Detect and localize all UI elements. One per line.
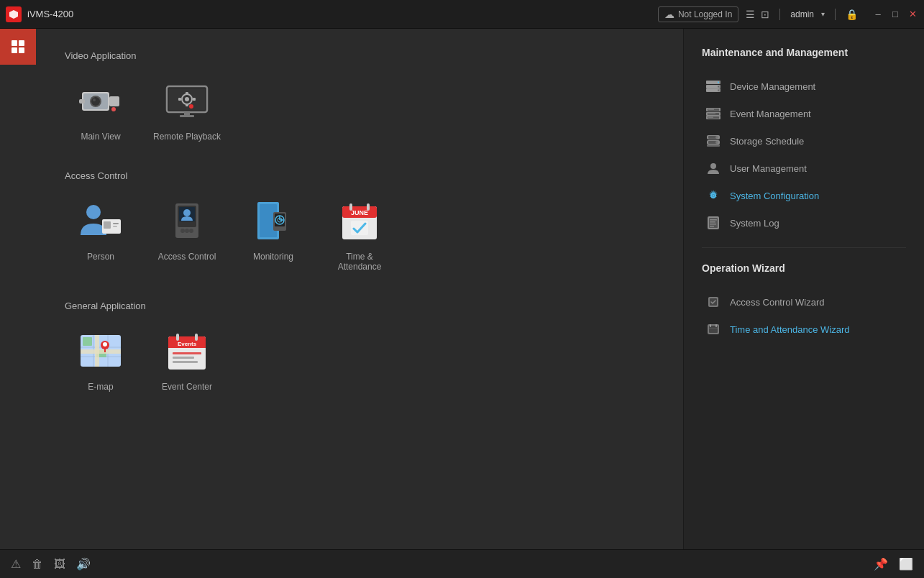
volume-icon[interactable]: 🔊 (76, 557, 91, 571)
user-management-item[interactable]: User Management (702, 155, 906, 182)
right-panel: Maintenance and Management Device Manage… (683, 29, 924, 578)
e-map-label: E-map (88, 382, 113, 392)
storage-schedule-icon (705, 134, 721, 147)
event-management-label: Event Management (730, 109, 811, 119)
maximize-button[interactable]: □ (889, 9, 901, 20)
svg-rect-98 (710, 224, 716, 225)
remote-playback-item[interactable]: Remote Playback (151, 75, 223, 142)
e-map-icon (76, 326, 126, 376)
bottom-right-bar: 📌 ⬜ (683, 549, 924, 578)
e-map-item[interactable]: E-map (65, 326, 137, 392)
image-icon[interactable]: 🖼 (54, 558, 65, 571)
svg-rect-96 (710, 219, 717, 221)
access-control-grid: Person (65, 196, 654, 272)
svg-rect-12 (186, 92, 188, 95)
svg-rect-67 (718, 82, 719, 83)
svg-rect-18 (180, 115, 194, 117)
event-center-label: Event Center (162, 382, 212, 392)
svg-rect-62 (173, 357, 194, 359)
time-attendance-item[interactable]: JUNE Time & Attendance (324, 196, 395, 272)
svg-rect-14 (178, 98, 181, 101)
svg-rect-69 (706, 86, 719, 88)
svg-point-11 (185, 97, 189, 101)
device-management-icon (705, 80, 721, 93)
svg-rect-23 (113, 226, 117, 227)
time-attendance-label: Time & Attendance (324, 252, 395, 272)
video-application-title: Video Application (65, 50, 654, 61)
svg-point-27 (183, 209, 191, 216)
access-control-wizard-item[interactable]: Access Control Wizard (702, 288, 906, 316)
operation-wizard-title: Operation Wizard (702, 259, 906, 274)
app-title: iVMS-4200 (27, 9, 73, 19)
user-management-label: User Management (730, 163, 807, 174)
pin-icon[interactable]: 📌 (874, 557, 888, 571)
home-button[interactable] (0, 29, 36, 65)
svg-rect-76 (708, 109, 714, 111)
main-view-item[interactable]: Main View (65, 75, 137, 142)
maintenance-section: Maintenance and Management Device Manage… (702, 43, 906, 237)
svg-point-19 (86, 205, 101, 219)
titlebar: iVMS-4200 ☁ Not Logged In ☰ ⊡ admin ▾ 🔒 … (0, 0, 924, 29)
svg-point-16 (189, 104, 193, 109)
grid-icon (12, 40, 24, 53)
svg-point-4 (93, 98, 96, 101)
access-control-title: Access Control (65, 170, 654, 181)
svg-rect-52 (81, 349, 121, 354)
admin-label: admin (790, 9, 814, 19)
svg-text:Events: Events (178, 341, 197, 347)
close-button[interactable]: ✕ (907, 9, 918, 20)
svg-rect-105 (715, 324, 717, 327)
main-view-icon (76, 75, 126, 126)
video-application-grid: Main View (65, 75, 654, 142)
svg-rect-82 (708, 117, 713, 119)
titlebar-right: ☁ Not Logged In ☰ ⊡ admin ▾ 🔒 – □ ✕ (658, 6, 918, 22)
titlebar-icons: ☰ ⊡ (746, 9, 769, 20)
system-configuration-item[interactable]: System Configuration (702, 182, 906, 209)
device-management-item[interactable]: Device Management (702, 73, 906, 100)
svg-rect-73 (718, 90, 719, 91)
monitoring-label: Monitoring (253, 252, 293, 262)
svg-point-7 (111, 107, 116, 111)
titlebar-left: iVMS-4200 (6, 6, 73, 22)
time-attendance-wizard-item[interactable]: Time and Attendance Wizard (702, 316, 906, 343)
svg-rect-60 (195, 334, 198, 341)
svg-point-30 (189, 229, 193, 233)
warning-icon[interactable]: ⚠ (11, 557, 21, 571)
svg-rect-61 (173, 352, 201, 354)
svg-point-90 (710, 163, 716, 169)
svg-rect-63 (173, 361, 198, 363)
trash-icon[interactable]: 🗑 (32, 558, 43, 571)
person-label: Person (87, 252, 114, 262)
not-logged-in-badge[interactable]: ☁ Not Logged In (658, 6, 738, 22)
fullscreen-icon[interactable]: ⬜ (899, 557, 913, 571)
menu-icon[interactable]: ☰ (746, 9, 755, 20)
bottom-bar: ⚠ 🗑 🖼 🔊 (0, 549, 683, 578)
monitor-icon[interactable]: ⊡ (761, 9, 769, 20)
event-center-item[interactable]: Events Event Center (151, 326, 223, 392)
svg-rect-21 (104, 221, 111, 229)
event-management-item[interactable]: Event Management (702, 100, 906, 127)
admin-dropdown-icon[interactable]: ▾ (821, 10, 825, 18)
svg-rect-89 (707, 144, 720, 147)
system-log-item[interactable]: System Log (702, 209, 906, 237)
person-item[interactable]: Person (65, 196, 137, 272)
system-log-icon (705, 216, 721, 229)
window-controls: – □ ✕ (872, 9, 918, 20)
access-control-item[interactable]: Access Control (151, 196, 223, 272)
lock-icon[interactable]: 🔒 (846, 9, 858, 20)
svg-rect-17 (184, 112, 190, 115)
svg-point-28 (180, 229, 185, 233)
monitoring-item[interactable]: Monitoring (237, 196, 309, 272)
general-application-title: General Application (65, 301, 654, 311)
access-control-label: Access Control (158, 252, 216, 262)
svg-rect-5 (79, 99, 85, 104)
event-management-icon (705, 107, 721, 120)
svg-rect-13 (186, 104, 188, 106)
system-log-label: System Log (730, 218, 779, 229)
minimize-button[interactable]: – (872, 9, 884, 20)
storage-schedule-item[interactable]: Storage Schedule (702, 127, 906, 155)
svg-rect-104 (710, 324, 711, 327)
main-view-label: Main View (81, 132, 120, 142)
operation-wizard-section: Operation Wizard Access Control Wizard (702, 259, 906, 343)
time-attendance-wizard-icon (705, 323, 721, 336)
